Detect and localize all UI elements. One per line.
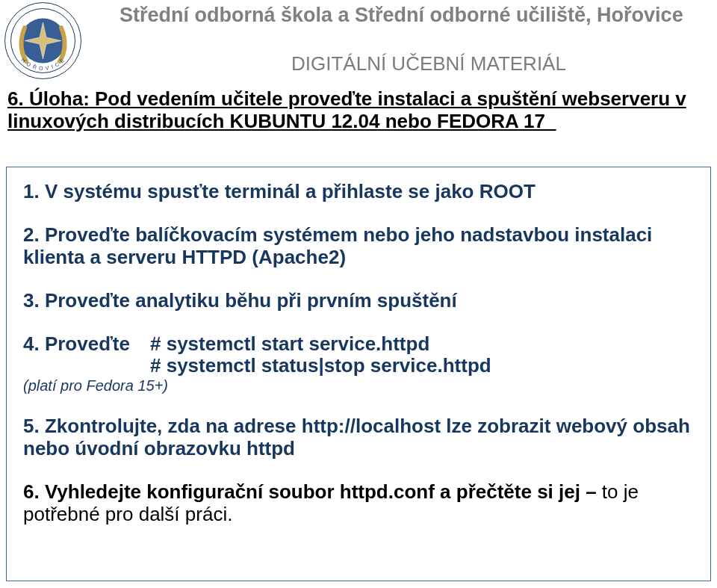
task-line1-rest: Pod vedením učitele proveďte instalaci a…	[90, 87, 686, 110]
step-4: 4. Proveďte # systemctl start service.ht…	[23, 333, 694, 395]
step-4-note: (platí pro Fedora 15+)	[23, 377, 694, 394]
document-title: DIGITÁLNÍ UČEBNÍ MATERIÁL	[291, 52, 566, 75]
step-1: 1. V systému spusťte terminál a přihlast…	[23, 181, 694, 203]
step-6: 6. Vyhledejte konfigurační soubor httpd.…	[23, 481, 694, 526]
step-4-label: 4. Proveďte	[23, 333, 150, 356]
step-4-cmd2: # systemctl status|stop service.httpd	[150, 355, 491, 377]
content-box: 1. V systému spusťte terminál a přihlast…	[6, 167, 711, 581]
step-6-bold: 6. Vyhledejte konfigurační soubor httpd.…	[23, 480, 602, 503]
step-4-cmd1: # systemctl start service.httpd	[150, 333, 491, 356]
school-name: Střední odborná škola a Střední odborné …	[120, 4, 683, 27]
school-logo: H O Ř O V I C E	[4, 1, 82, 80]
step-3: 3. Proveďte analytiku běhu při prvním sp…	[23, 290, 694, 312]
step-5: 5. Zkontrolujte, zda na adrese http://lo…	[23, 415, 694, 460]
page: H O Ř O V I C E Střední odborná škola a …	[0, 0, 717, 588]
task-heading: 6. Úloha: Pod vedením učitele proveďte i…	[7, 88, 710, 133]
task-line2: linuxových distribucích KUBUNTU 12.04 ne…	[7, 110, 556, 132]
task-prefix: 6. Úloha:	[7, 87, 90, 110]
step-2: 2. Proveďte balíčkovacím systémem nebo j…	[23, 224, 694, 269]
